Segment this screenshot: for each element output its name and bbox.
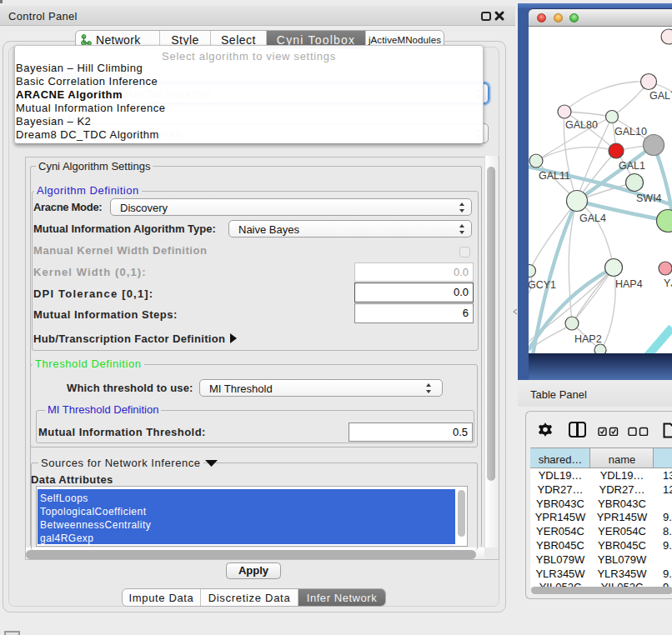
svg-text:SWI4: SWI4: [636, 192, 662, 204]
svg-text:GAL1: GAL1: [619, 160, 645, 172]
svg-text:GAL4: GAL4: [579, 212, 606, 224]
svg-text:HAP4: HAP4: [615, 278, 643, 290]
svg-text:GAL80: GAL80: [565, 119, 598, 131]
svg-text:GAL7: GAL7: [649, 90, 672, 102]
svg-text:YJ: YJ: [664, 278, 672, 289]
svg-text:GAL10: GAL10: [614, 126, 647, 138]
svg-text:HAP2: HAP2: [574, 333, 602, 345]
svg-text:GAL11: GAL11: [539, 170, 570, 182]
svg-text:GCY1: GCY1: [529, 279, 556, 291]
